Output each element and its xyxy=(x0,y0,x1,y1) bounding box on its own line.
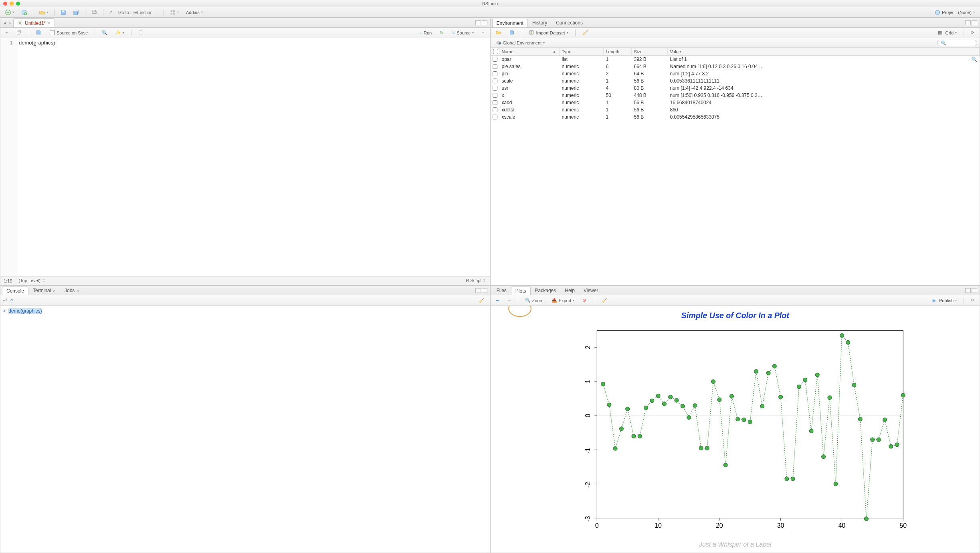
tab-history[interactable]: History xyxy=(528,18,552,27)
import-dataset-button[interactable]: Import Dataset▾ xyxy=(526,29,571,37)
export-plot-button[interactable]: 📤 Export▾ xyxy=(549,297,578,305)
env-row-checkbox[interactable] xyxy=(493,115,497,119)
refresh-plot-button[interactable]: ⟳ xyxy=(968,297,977,304)
tools-grid-button[interactable]: ▾ xyxy=(167,8,182,16)
load-workspace-button[interactable] xyxy=(493,29,504,37)
open-file-button[interactable]: ▾ xyxy=(36,8,51,16)
project-menu[interactable]: Project: (None) ▾ xyxy=(932,8,978,16)
console-path-link-icon[interactable]: ⬀ xyxy=(9,298,13,303)
close-jobs-icon[interactable]: × xyxy=(76,288,79,294)
env-row[interactable]: xnumeric50448 Bnum [1:50] 0.935 0.316 -0… xyxy=(491,92,980,99)
env-row[interactable]: xdeltanumeric156 B860 xyxy=(491,106,980,113)
env-row-checkbox[interactable] xyxy=(493,107,497,112)
env-row[interactable]: scalenumeric156 B0.00533611111111111 xyxy=(491,77,980,85)
col-name[interactable]: Name ▲ xyxy=(499,48,560,55)
outline-toggle-button[interactable]: ≡ xyxy=(479,29,487,36)
refresh-env-button[interactable]: ⟳ xyxy=(968,29,977,36)
source-button[interactable]: ↘ Source ▾ xyxy=(449,29,477,36)
tab-viewer[interactable]: Viewer xyxy=(579,286,602,295)
source-on-save-checkbox[interactable] xyxy=(50,30,55,35)
find-button[interactable]: 🔍 xyxy=(99,29,110,37)
tab-connections[interactable]: Connections xyxy=(552,18,587,27)
show-doc-outline-button[interactable]: ⇤ xyxy=(3,30,11,36)
env-row-checkbox[interactable] xyxy=(493,79,497,83)
zoom-icon: 🔍 xyxy=(525,298,531,303)
tab-plots[interactable]: Plots xyxy=(511,287,531,295)
tab-files[interactable]: Files xyxy=(492,286,511,295)
tab-terminal[interactable]: Terminal× xyxy=(28,286,60,295)
clear-env-button[interactable]: 🧹 xyxy=(580,29,591,37)
code-area[interactable]: demo(graphics) xyxy=(16,38,490,276)
tab-help[interactable]: Help xyxy=(560,286,579,295)
env-row-checkbox[interactable] xyxy=(493,93,497,98)
publish-plot-button[interactable]: ◉ Publish▾ xyxy=(929,297,960,305)
clear-console-button[interactable]: 🧹 xyxy=(476,297,487,305)
col-size[interactable]: Size xyxy=(632,48,668,55)
wand-button[interactable]: ✨▾ xyxy=(113,29,127,37)
env-row[interactable]: pie.salesnumeric6664 BNamed num [1:6] 0.… xyxy=(491,63,980,70)
next-plot-button[interactable]: ➡ xyxy=(505,297,514,304)
env-row[interactable]: xaddnumeric156 B16.6684018740024 xyxy=(491,99,980,106)
close-tab-button[interactable]: × xyxy=(47,20,51,26)
env-row[interactable]: pinnumeric264 Bnum [1:2] 4.77 3.2 xyxy=(491,70,980,77)
minimize-plots-button[interactable] xyxy=(965,288,971,293)
svg-point-80 xyxy=(815,373,819,377)
run-button[interactable]: → Run xyxy=(415,29,434,36)
prev-plot-button[interactable]: ⬅ xyxy=(493,297,502,304)
lang-selector[interactable]: R Script ⇕ xyxy=(466,278,486,283)
addins-menu[interactable]: Addins ▾ xyxy=(183,9,206,16)
tab-console[interactable]: Console xyxy=(2,287,28,295)
col-value[interactable]: Value xyxy=(668,48,980,55)
close-window-button[interactable] xyxy=(3,2,7,6)
save-workspace-button[interactable] xyxy=(507,29,518,37)
maximize-window-button[interactable] xyxy=(16,2,20,6)
new-file-button[interactable]: ▾ xyxy=(2,8,17,16)
minimize-window-button[interactable] xyxy=(10,2,14,6)
env-row[interactable]: xscalenumeric156 B0.00554295865633075 xyxy=(491,113,980,121)
col-length[interactable]: Length xyxy=(604,48,632,55)
goto-file-textbox[interactable] xyxy=(116,9,160,16)
maximize-pane-button[interactable] xyxy=(482,20,487,25)
tab-environment[interactable]: Environment xyxy=(492,19,528,27)
env-row-checkbox[interactable] xyxy=(493,57,497,62)
minimize-env-button[interactable] xyxy=(965,20,971,25)
zoom-plot-button[interactable]: 🔍 Zoom xyxy=(522,297,546,305)
nav-fwd-button[interactable]: ▸ xyxy=(8,20,13,26)
maximize-plots-button[interactable] xyxy=(972,288,977,293)
tab-packages[interactable]: Packages xyxy=(531,286,561,295)
save-button[interactable] xyxy=(58,8,69,16)
view-mode-button[interactable]: ▦ Grid▾ xyxy=(935,29,960,37)
env-row-checkbox[interactable] xyxy=(493,86,497,91)
scope-selector[interactable]: (Top Level) ⇕ xyxy=(18,278,45,283)
console-body[interactable]: > demo(graphics) xyxy=(0,306,490,553)
compile-report-button[interactable] xyxy=(135,29,147,37)
env-scope-selector[interactable]: R Global Environment▾ xyxy=(493,39,548,47)
goto-file-input[interactable]: ↗ xyxy=(107,9,160,16)
col-type[interactable]: Type xyxy=(560,48,604,55)
rerun-button[interactable]: ↻ xyxy=(437,29,446,36)
select-all-checkbox[interactable] xyxy=(493,49,498,54)
print-button[interactable] xyxy=(89,8,100,16)
new-project-button[interactable] xyxy=(18,8,30,16)
save-all-button[interactable] xyxy=(71,8,82,16)
env-row-checkbox[interactable] xyxy=(493,71,497,76)
env-search-input[interactable] xyxy=(937,40,977,46)
code-editor[interactable]: 1 demo(graphics) xyxy=(0,38,490,276)
remove-plot-button[interactable]: ⊘ xyxy=(580,297,591,305)
close-terminal-icon[interactable]: × xyxy=(53,288,56,294)
env-row[interactable]: oparlist1392 BList of 1🔍 xyxy=(491,56,980,63)
tab-jobs[interactable]: Jobs× xyxy=(60,286,84,295)
source-on-save-check[interactable]: Source on Save xyxy=(47,29,91,36)
env-row[interactable]: usrnumeric480 Bnum [1:4] -42.4 922.4 -14… xyxy=(491,85,980,92)
clear-plots-button[interactable]: 🧹 xyxy=(599,297,610,305)
env-row-checkbox[interactable] xyxy=(493,64,497,69)
popout-source-button[interactable] xyxy=(14,29,25,37)
save-source-button[interactable] xyxy=(33,29,44,37)
source-tab-untitled1[interactable]: R Untitled1* × xyxy=(13,18,55,27)
minimize-console-button[interactable] xyxy=(475,288,481,293)
nav-back-button[interactable]: ◂ xyxy=(2,20,8,26)
maximize-console-button[interactable] xyxy=(482,288,487,293)
minimize-pane-button[interactable] xyxy=(475,20,481,25)
env-row-checkbox[interactable] xyxy=(493,100,497,105)
maximize-env-button[interactable] xyxy=(972,20,977,25)
